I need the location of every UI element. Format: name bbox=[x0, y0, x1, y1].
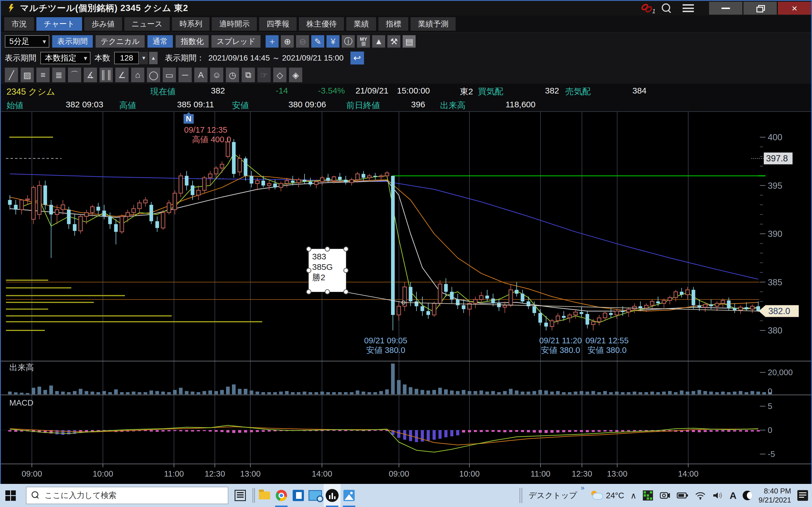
tab-results-forecast[interactable]: 業績予測 bbox=[410, 17, 456, 31]
taskbar-remote-view[interactable] bbox=[307, 484, 324, 507]
menu-icon[interactable] bbox=[682, 4, 694, 12]
tab-news[interactable]: ニュース bbox=[124, 17, 170, 31]
stock-code-name: 2345 クシム bbox=[6, 86, 55, 98]
tab-chart[interactable]: チャート bbox=[36, 17, 82, 31]
fibonacci-arc-icon[interactable]: ⌒ bbox=[68, 68, 81, 82]
bar-count-input[interactable]: 128 bbox=[114, 52, 139, 64]
price-label: 現在値 bbox=[150, 86, 175, 98]
pentagon-icon[interactable]: ⌂ bbox=[131, 68, 144, 82]
action-center-icon[interactable] bbox=[797, 490, 808, 501]
taskbar-search-input[interactable]: ここに入力して検索 bbox=[26, 487, 229, 504]
desktop-toolbar[interactable]: デスクトップ » bbox=[529, 490, 585, 501]
title-bar: マルチツール(個別銘柄) 2345 クシム 東2 1 × bbox=[1, 1, 811, 15]
minimize-button[interactable] bbox=[709, 2, 742, 15]
draw-pencil-icon[interactable]: ✎ bbox=[311, 35, 324, 48]
chart-area[interactable]: 400395390385380397.8382.020,000050-5出来高M… bbox=[1, 111, 811, 484]
taskbar-chrome[interactable] bbox=[273, 484, 290, 507]
count-increment[interactable]: ▲ bbox=[149, 52, 158, 64]
camera-icon[interactable] bbox=[659, 491, 670, 500]
settings-wrench-icon[interactable]: ⚒ bbox=[388, 35, 400, 48]
info-icon[interactable]: ⓘ bbox=[342, 35, 355, 48]
taskbar-file-explorer[interactable] bbox=[256, 484, 273, 507]
eraser-icon[interactable]: ◇ bbox=[273, 68, 287, 82]
overflow-chevron[interactable]: » bbox=[581, 484, 585, 492]
crosshair-icon[interactable]: ＋ bbox=[266, 35, 278, 48]
icon-stamp-icon[interactable]: ☺ bbox=[210, 68, 223, 82]
volume-label: 出来高 bbox=[440, 100, 465, 111]
svg-text:390: 390 bbox=[768, 229, 782, 239]
ask-price: 384 bbox=[632, 86, 647, 96]
wifi-icon[interactable] bbox=[695, 491, 706, 500]
tab-time-series[interactable]: 時系列 bbox=[172, 17, 209, 31]
spread-button[interactable]: スプレッド bbox=[211, 35, 260, 48]
main-chart[interactable]: 400395390385380397.8382.020,000050-5出来高M… bbox=[1, 112, 811, 485]
screen-magnifier-icon bbox=[308, 490, 322, 501]
volume-icon[interactable] bbox=[712, 491, 723, 500]
drag-hand-icon[interactable]: ☞ bbox=[257, 68, 271, 82]
count-label: 本数 bbox=[94, 53, 110, 63]
taskbar-photos[interactable] bbox=[341, 484, 357, 507]
horizontal-line-icon[interactable]: ≡ bbox=[36, 68, 50, 82]
indexed-button[interactable]: 指数化 bbox=[175, 35, 209, 48]
parallel-lines-icon[interactable]: ▨ bbox=[20, 68, 34, 82]
task-view-button[interactable] bbox=[232, 484, 248, 507]
app-window: マルチツール(個別銘柄) 2345 クシム 東2 1 × 市況チャート歩み値ニュ… bbox=[0, 0, 812, 484]
tab-indicators[interactable]: 指標 bbox=[378, 17, 408, 31]
taskbar-mail[interactable] bbox=[290, 484, 307, 507]
display-period-button[interactable]: 表示期間 bbox=[52, 35, 93, 48]
taskbar-trading-app[interactable] bbox=[324, 484, 341, 507]
horizontal-lines-icon[interactable]: ≣ bbox=[52, 68, 65, 82]
tab-market[interactable]: 市況 bbox=[4, 17, 34, 31]
ime-mode-icon[interactable] bbox=[743, 491, 752, 500]
my-chart-icon[interactable]: MY||| bbox=[357, 35, 370, 48]
app-logo-icon bbox=[6, 3, 16, 13]
svg-text:09:00: 09:00 bbox=[389, 469, 409, 478]
count-decrement[interactable]: ▼ bbox=[140, 52, 148, 64]
text-note-icon[interactable]: A bbox=[194, 68, 207, 82]
tab-timely-disclosure[interactable]: 適時開示 bbox=[212, 17, 257, 31]
weather-widget[interactable]: 24°C bbox=[591, 491, 624, 500]
segment-icon[interactable]: ─ bbox=[179, 68, 192, 82]
current-price: 382 bbox=[211, 86, 225, 96]
normal-scale-button[interactable]: 通常 bbox=[147, 35, 173, 48]
svg-text:385G: 385G bbox=[312, 262, 333, 272]
rectangle-icon[interactable]: ▭ bbox=[163, 68, 176, 82]
ime-letter[interactable]: A bbox=[730, 490, 737, 501]
copy-chart-icon[interactable]: ⧉ bbox=[242, 68, 255, 82]
print-icon[interactable]: ▤ bbox=[403, 35, 416, 48]
hidden-icons-chevron[interactable]: ∧ bbox=[630, 491, 637, 501]
tab-shareholder-benefit[interactable]: 株主優待 bbox=[299, 17, 344, 31]
restore-button[interactable] bbox=[744, 2, 777, 15]
vertical-lines-icon[interactable]: ║║ bbox=[100, 68, 113, 82]
svg-text:09/17 12:35: 09/17 12:35 bbox=[184, 125, 227, 134]
period-mode-select[interactable]: 本数指定 ▼ bbox=[40, 52, 91, 64]
yen-axis-icon[interactable]: ¥ bbox=[326, 35, 340, 48]
area-chart-icon[interactable]: ▲ bbox=[372, 35, 385, 48]
search-icon[interactable] bbox=[662, 3, 671, 13]
tab-tick-list[interactable]: 歩み値 bbox=[84, 17, 122, 31]
tab-shikiho[interactable]: 四季報 bbox=[259, 17, 297, 31]
fan-lines-icon[interactable]: ∡ bbox=[84, 68, 97, 82]
zoom-out-icon[interactable]: ⊖ bbox=[296, 35, 309, 48]
close-button[interactable]: × bbox=[778, 2, 811, 15]
reload-button[interactable]: ↩ bbox=[350, 52, 364, 64]
gann-fan-icon[interactable]: ∠ bbox=[115, 68, 129, 82]
technical-button[interactable]: テクニカル bbox=[96, 35, 145, 48]
windows-taskbar: ここに入力して検索 デスクトップ » 24°C ∧ bbox=[0, 484, 812, 507]
trend-line-icon[interactable]: ╱ bbox=[5, 68, 18, 82]
battery-icon[interactable] bbox=[677, 492, 689, 499]
prev-close-label: 前日終値 bbox=[346, 100, 380, 111]
time-marker-icon[interactable]: ◷ bbox=[226, 68, 239, 82]
tray-app-icon[interactable] bbox=[643, 490, 653, 501]
start-button[interactable] bbox=[0, 484, 21, 507]
ellipse-icon[interactable]: ◯ bbox=[147, 68, 160, 82]
tab-results[interactable]: 業績 bbox=[346, 17, 376, 31]
taskbar-clock[interactable]: 8:40 PM 9/21/2021 bbox=[758, 487, 791, 504]
interval-select[interactable]: 5分足 ▼ bbox=[5, 35, 49, 48]
chrome-icon bbox=[276, 490, 287, 501]
eraser-all-icon[interactable]: ◈ bbox=[289, 68, 302, 82]
link-group-icon[interactable]: 1 bbox=[640, 3, 654, 14]
tab-bar: 市況チャート歩み値ニュース時系列適時開示四季報株主優待業績指標業績予測 bbox=[1, 15, 811, 33]
zoom-in-icon[interactable]: ⊕ bbox=[281, 35, 294, 48]
svg-text:高値 400.0: 高値 400.0 bbox=[192, 135, 231, 144]
